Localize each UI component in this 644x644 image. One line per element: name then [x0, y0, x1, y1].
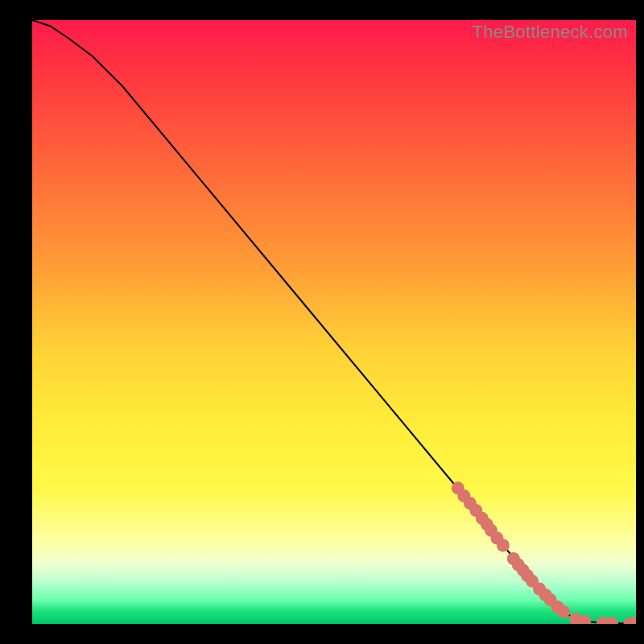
data-point-marker [557, 605, 570, 618]
bottleneck-curve [32, 20, 636, 624]
plot-area: TheBottleneck.com [32, 20, 636, 624]
chart-overlay [32, 20, 636, 624]
curve-markers [452, 481, 636, 624]
chart-frame: TheBottleneck.com [0, 0, 644, 644]
data-point-marker [605, 617, 618, 624]
data-point-marker [497, 539, 510, 552]
